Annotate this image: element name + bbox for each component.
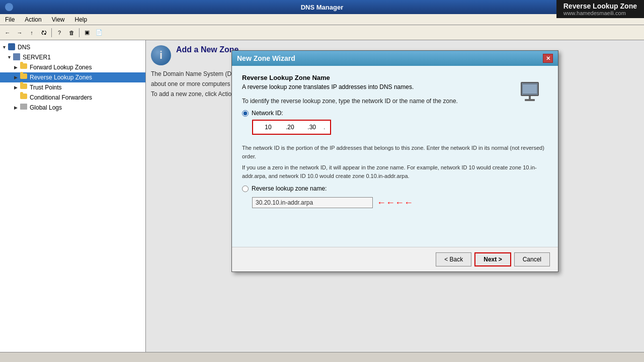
menu-view[interactable]: View xyxy=(50,16,67,24)
monitor-screen xyxy=(523,84,537,94)
server-icon xyxy=(13,53,21,61)
zone-name-label: Reverse lookup zone name: xyxy=(252,185,327,192)
computer-icon xyxy=(520,82,540,107)
zone-name-input-row: ←←←← xyxy=(252,197,548,208)
note-text-2: If you use a zero in the network ID, it … xyxy=(242,163,548,180)
toolbar-sep-1 xyxy=(51,28,52,37)
toolbar-delete[interactable]: 🗑 xyxy=(66,27,77,38)
toolbar: ← → ↑ 🗘 ? 🗑 ▣ 📄 xyxy=(0,25,644,40)
sidebar-item-dns[interactable]: ▼ DNS xyxy=(0,42,145,52)
dialog-body: Reverse Lookup Zone Name A reverse looku… xyxy=(232,66,558,247)
dialog-title: New Zone Wizard xyxy=(237,54,295,62)
menu-action[interactable]: Action xyxy=(23,16,43,24)
network-id-field-1[interactable] xyxy=(258,124,278,131)
sidebar-item-server[interactable]: ▼ SERVER1 xyxy=(0,52,145,62)
forward-folder-icon xyxy=(20,63,28,71)
expander-conditional xyxy=(14,95,20,100)
watermark-banner: Reverse Lookup Zone www.hamedesmaeili.co… xyxy=(556,0,644,18)
expander-forward: ▶ xyxy=(14,65,20,70)
toolbar-up[interactable]: ↑ xyxy=(26,27,37,38)
toolbar-new[interactable]: 📄 xyxy=(94,27,105,38)
zone-name-input[interactable] xyxy=(252,197,373,208)
zone-name-radio[interactable] xyxy=(242,186,249,192)
dialog-close-button[interactable]: ✕ xyxy=(543,54,553,63)
dialog-section-title: Reverse Lookup Zone Name xyxy=(242,74,548,81)
sidebar-item-trust[interactable]: ▶ Trust Points xyxy=(0,82,145,93)
network-id-field-2[interactable] xyxy=(280,124,300,131)
sidebar: ▼ DNS ▼ SERVER1 ▶ Forward Lookup Zones ▶… xyxy=(0,40,146,352)
network-id-field-3[interactable] xyxy=(302,124,322,131)
logs-icon xyxy=(20,104,28,112)
sidebar-label-forward: Forward Lookup Zones xyxy=(30,64,92,71)
sidebar-label-logs: Global Logs xyxy=(30,104,62,111)
monitor-base xyxy=(525,99,535,101)
cancel-button[interactable]: Cancel xyxy=(514,252,550,266)
app-title: DNS Manager xyxy=(301,4,344,11)
sidebar-item-forward[interactable]: ▶ Forward Lookup Zones xyxy=(0,62,145,72)
sidebar-item-conditional[interactable]: Conditional Forwarders xyxy=(0,93,145,103)
toolbar-refresh[interactable]: 🗘 xyxy=(38,27,49,38)
toolbar-forward[interactable]: → xyxy=(14,27,25,38)
watermark-sub: www.hamedesmaeili.com xyxy=(564,10,637,16)
reverse-folder-icon xyxy=(20,73,28,81)
monitor xyxy=(521,82,539,96)
expander-logs: ▶ xyxy=(14,105,20,110)
sidebar-label-reverse: Reverse Lookup Zones xyxy=(30,74,92,81)
red-arrow-icon: ←←←← xyxy=(377,198,413,208)
dialog-section-desc: A reverse lookup zone translates IP addr… xyxy=(242,83,548,90)
sidebar-item-reverse[interactable]: ▶ Reverse Lookup Zones xyxy=(0,72,145,82)
trust-folder-icon xyxy=(20,83,28,92)
dialog-title-bar: New Zone Wizard ✕ xyxy=(232,51,558,66)
modal-overlay: New Zone Wizard ✕ xyxy=(146,40,644,352)
status-bar xyxy=(0,352,644,362)
dialog-identify-text: To identify the reverse lookup zone, typ… xyxy=(242,98,548,105)
title-bar: DNS Manager xyxy=(0,0,644,14)
network-id-fields: . xyxy=(258,124,325,131)
expander-reverse: ▶ xyxy=(14,75,20,80)
network-id-dot-3: . xyxy=(322,124,326,131)
dns-icon xyxy=(8,43,16,51)
next-button[interactable]: Next > xyxy=(474,252,511,266)
toolbar-properties[interactable]: ▣ xyxy=(82,27,93,38)
toolbar-help[interactable]: ? xyxy=(54,27,65,38)
network-id-radio[interactable] xyxy=(242,110,249,117)
conditional-folder-icon xyxy=(20,94,28,102)
sidebar-label-trust: Trust Points xyxy=(30,84,62,91)
menu-help[interactable]: Help xyxy=(73,16,90,24)
sidebar-label-server: SERVER1 xyxy=(23,54,51,61)
app-icon xyxy=(5,3,13,11)
zone-name-row: Reverse lookup zone name: xyxy=(242,185,548,192)
expander-dns: ▼ xyxy=(2,45,8,50)
back-button[interactable]: < Back xyxy=(436,252,471,266)
network-id-label: Network ID: xyxy=(252,110,283,117)
sidebar-item-global-logs[interactable]: ▶ Global Logs xyxy=(0,103,145,113)
menu-bar: File Action View Help xyxy=(0,14,644,25)
expander-trust: ▶ xyxy=(14,85,20,90)
sidebar-label-conditional: Conditional Forwarders xyxy=(30,94,92,101)
toolbar-back[interactable]: ← xyxy=(2,27,13,38)
new-zone-dialog: New Zone Wizard ✕ xyxy=(231,50,558,272)
note-text-1: The network ID is the portion of the IP … xyxy=(242,144,548,160)
computer-icon-area xyxy=(520,82,540,107)
watermark-main: Reverse Lookup Zone xyxy=(564,2,637,10)
network-id-box: . xyxy=(252,120,331,135)
dialog-footer: < Back Next > Cancel xyxy=(232,247,558,272)
sidebar-label-dns: DNS xyxy=(18,44,30,51)
network-id-row: Network ID: xyxy=(242,110,548,117)
menu-file[interactable]: File xyxy=(3,16,17,24)
toolbar-sep-2 xyxy=(79,28,79,37)
main-layout: ▼ DNS ▼ SERVER1 ▶ Forward Lookup Zones ▶… xyxy=(0,40,644,352)
content-area: i Add a New Zone The Domain Name System … xyxy=(146,40,644,352)
expander-server: ▼ xyxy=(7,55,13,60)
